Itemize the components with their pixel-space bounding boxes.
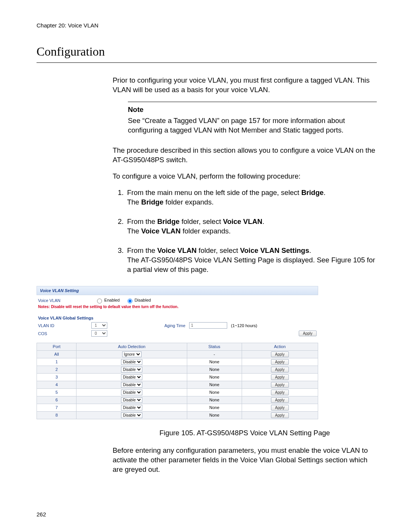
enabled-radio[interactable]: Enabled (95, 298, 121, 302)
status-cell: None (187, 373, 242, 381)
aging-time-input[interactable] (189, 322, 227, 329)
status-cell: None (187, 381, 242, 388)
apply-button[interactable]: Apply (271, 351, 289, 357)
port-cell: All (37, 350, 76, 358)
step-text: The AT-GS950/48PS Voice VLAN Setting Pag… (127, 256, 375, 273)
aging-time-label: Aging Time (164, 323, 185, 328)
auto-detection-cell: Ignore (76, 350, 187, 358)
step-bold: Voice VLAN (141, 227, 180, 235)
auto-detection-select[interactable]: Disable (121, 382, 142, 388)
procedure-list: From the main menu on the left side of t… (113, 188, 377, 275)
auto-detection-select[interactable]: Disable (121, 359, 142, 365)
status-cell: None (187, 396, 242, 404)
apply-button[interactable]: Apply (271, 412, 289, 418)
status-cell: None (187, 404, 242, 411)
action-cell: Apply (242, 388, 318, 396)
action-cell: Apply (242, 358, 318, 366)
apply-button[interactable]: Apply (271, 397, 289, 403)
voice-vlan-radio-group: Enabled Disabled (95, 297, 155, 304)
auto-detection-select[interactable]: Disable (121, 367, 142, 372)
step-text: folder, select (197, 246, 240, 254)
para-after-figure: Before entering any configuration parame… (113, 446, 377, 474)
port-table: Port Auto Detection Status Action AllIgn… (37, 343, 318, 419)
apply-button[interactable]: Apply (271, 390, 289, 395)
apply-button[interactable]: Apply (271, 367, 289, 372)
auto-detection-select[interactable]: Disable (121, 397, 142, 403)
cos-row: COS 0 Apply (37, 329, 318, 337)
auto-detection-select[interactable]: Ignore (122, 351, 142, 357)
auto-detection-cell: Disable (76, 373, 187, 381)
disabled-radio-input[interactable] (127, 299, 132, 304)
step-bold: Bridge (301, 189, 324, 197)
auto-detection-cell: Disable (76, 388, 187, 396)
apply-button[interactable]: Apply (271, 382, 289, 388)
step-text: The (127, 227, 141, 235)
cos-select[interactable]: 0 (91, 330, 107, 337)
col-auto: Auto Detection (76, 343, 187, 350)
auto-detection-cell: Disable (76, 396, 187, 404)
port-cell: 6 (37, 396, 76, 404)
status-cell: None (187, 358, 242, 366)
table-row: 3DisableNoneApply (37, 373, 318, 381)
vlan-id-row: VLAN ID 1 Aging Time (1~120 hours) (37, 321, 318, 329)
figure-caption: Figure 105. AT-GS950/48PS Voice VLAN Set… (113, 428, 377, 438)
table-row: 2DisableNoneApply (37, 366, 318, 373)
page-number: 262 (37, 511, 46, 518)
port-cell: 2 (37, 366, 76, 373)
intro-paragraph: Prior to configuring your voice VLAN, yo… (113, 76, 377, 95)
port-cell: 1 (37, 358, 76, 366)
auto-detection-select[interactable]: Disable (121, 390, 142, 395)
action-cell: Apply (242, 396, 318, 404)
procedure-step: From the Voice VLAN folder, select Voice… (126, 246, 377, 275)
col-port: Port (37, 343, 76, 350)
step-text: . (323, 189, 325, 197)
auto-detection-cell: Disable (76, 411, 187, 419)
step-text: folder expands. (181, 227, 231, 235)
port-cell: 3 (37, 373, 76, 381)
document-page: Chapter 20: Voice VLAN Configuration Pri… (0, 0, 411, 532)
chapter-header: Chapter 20: Voice VLAN (37, 22, 377, 29)
procedure-step: From the Bridge folder, select Voice VLA… (126, 217, 377, 236)
action-cell: Apply (242, 373, 318, 381)
step-text: . (262, 217, 264, 225)
auto-detection-select[interactable]: Disable (121, 405, 142, 411)
enabled-radio-input[interactable] (97, 299, 102, 304)
auto-detection-select[interactable]: Disable (121, 374, 142, 380)
note-label: Note (128, 105, 377, 115)
warning-note: Notes: Disable will reset the setting to… (37, 304, 318, 313)
table-row: 4DisableNoneApply (37, 381, 318, 388)
procedure-step: From the main menu on the left side of t… (126, 188, 377, 207)
action-cell: Apply (242, 411, 318, 419)
step-text: folder, select (180, 217, 223, 225)
col-action: Action (242, 343, 318, 350)
apply-button[interactable]: Apply (271, 405, 289, 411)
body-column-continued: Figure 105. AT-GS950/48PS Voice VLAN Set… (113, 428, 377, 475)
body-column: Prior to configuring your voice VLAN, yo… (113, 76, 377, 275)
action-cell: Apply (242, 381, 318, 388)
para-procedure-intro: The procedure described in this section … (113, 146, 377, 165)
apply-button[interactable]: Apply (271, 374, 289, 380)
global-settings-header: Voice VLAN Global Settings (37, 313, 318, 321)
step-bold: Bridge (157, 217, 180, 225)
port-cell: 4 (37, 381, 76, 388)
enabled-radio-label: Enabled (104, 298, 119, 302)
note-block: Note See “Create a Tagged VLAN” on page … (128, 102, 377, 135)
step-text: The (127, 198, 141, 206)
step-text: folder expands. (164, 198, 214, 206)
section-heading: Configuration (37, 45, 377, 59)
table-row: 6DisableNoneApply (37, 396, 318, 404)
port-cell: 8 (37, 411, 76, 419)
auto-detection-select[interactable]: Disable (121, 412, 142, 418)
vlan-id-select[interactable]: 1 (91, 322, 107, 329)
apply-button[interactable]: Apply (299, 331, 317, 336)
aging-time-hint: (1~120 hours) (231, 323, 257, 328)
action-cell: Apply (242, 404, 318, 411)
step-bold: Voice VLAN Settings (240, 246, 309, 254)
para-procedure-lead: To configure a voice VLAN, perform the f… (113, 172, 377, 181)
port-cell: 7 (37, 404, 76, 411)
step-text: . (309, 246, 311, 254)
action-cell: Apply (242, 350, 318, 358)
apply-button[interactable]: Apply (271, 359, 289, 365)
action-cell: Apply (242, 366, 318, 373)
disabled-radio[interactable]: Disabled (126, 298, 151, 302)
